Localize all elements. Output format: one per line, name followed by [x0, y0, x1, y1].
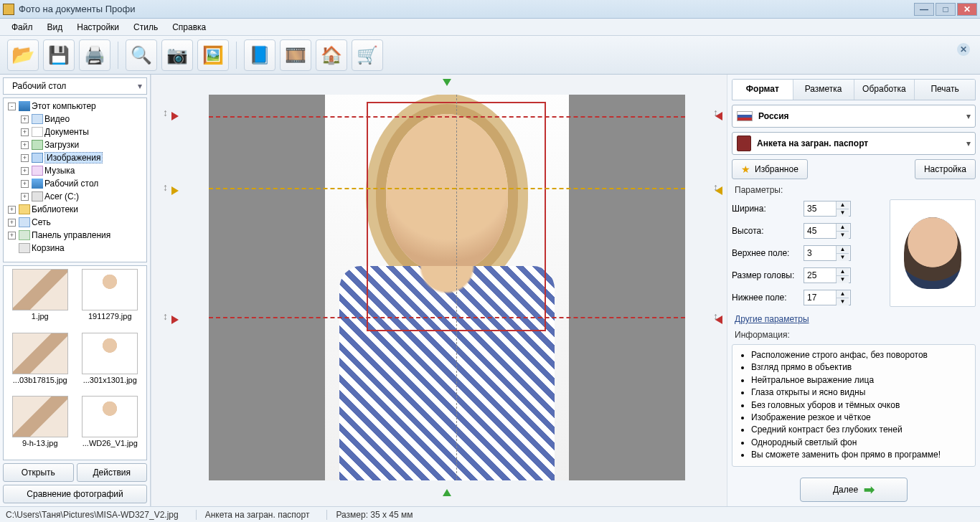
config-button[interactable]: Настройка: [915, 159, 976, 179]
thumbnail[interactable]: ...WD26_V1.jpg: [77, 396, 144, 457]
country-combo[interactable]: Россия ▾: [732, 105, 976, 128]
favorite-button[interactable]: ★Избранное: [732, 159, 808, 179]
ruler-marker-top[interactable]: [443, 79, 451, 86]
menu-settings[interactable]: Настройки: [71, 20, 125, 34]
guide-marker-red-left[interactable]: [171, 112, 179, 120]
tree-node[interactable]: + Библиотеки: [4, 203, 146, 216]
expand-icon[interactable]: +: [21, 141, 29, 149]
spin-down-icon[interactable]: ▼: [837, 298, 849, 305]
tab-processing[interactable]: Обработка: [854, 80, 915, 100]
tree-node[interactable]: + Музыка: [4, 164, 146, 177]
tool-open[interactable]: 📂: [7, 39, 39, 71]
tool-home[interactable]: 🏠: [316, 39, 347, 71]
menu-help[interactable]: Справка: [166, 20, 212, 34]
open-button[interactable]: Открыть: [3, 463, 74, 482]
tree-node[interactable]: + Acer (C:): [4, 190, 146, 203]
tool-save[interactable]: 💾: [43, 39, 75, 71]
photo-canvas[interactable]: [209, 95, 685, 480]
resize-handle[interactable]: ↕: [163, 182, 168, 192]
spin-up-icon[interactable]: ▲: [837, 290, 849, 298]
resize-handle[interactable]: ↕: [163, 311, 168, 321]
tool-search-person[interactable]: 🔍: [126, 39, 157, 71]
expand-icon[interactable]: +: [21, 115, 29, 123]
spin-down-icon[interactable]: ▼: [837, 276, 849, 283]
param-head-input[interactable]: ▲▼: [804, 267, 851, 283]
compare-button[interactable]: Сравнение фотографий: [3, 485, 147, 503]
tree-node[interactable]: + Документы: [4, 125, 146, 138]
menu-style[interactable]: Стиль: [128, 20, 164, 34]
tree-node[interactable]: Корзина: [4, 242, 146, 255]
spin-down-icon[interactable]: ▼: [837, 209, 849, 217]
chin-guideline[interactable]: [209, 317, 685, 318]
expand-icon[interactable]: -: [8, 103, 16, 110]
tool-media[interactable]: 🎞️: [280, 39, 311, 71]
thumbnail[interactable]: ...03b17815.jpg: [6, 333, 74, 394]
expand-icon[interactable]: +: [8, 232, 16, 239]
folder-tree[interactable]: - Этот компьютер+ Видео+ Документы+ Загр…: [3, 98, 147, 262]
guide-marker-red-right[interactable]: [715, 315, 722, 324]
spin-down-icon[interactable]: ▼: [837, 232, 849, 239]
param-height-input[interactable]: ▲▼: [804, 223, 851, 239]
menu-file[interactable]: Файл: [6, 20, 39, 34]
expand-icon[interactable]: +: [21, 180, 29, 188]
expand-icon[interactable]: +: [8, 219, 16, 227]
spin-up-icon[interactable]: ▲: [837, 224, 849, 232]
spin-down-icon[interactable]: ▼: [837, 254, 849, 261]
guide-marker-yellow-right[interactable]: [715, 186, 722, 195]
spin-up-icon[interactable]: ▲: [837, 201, 849, 209]
top-head-guideline[interactable]: [209, 116, 685, 118]
tool-print[interactable]: 🖨️: [79, 39, 110, 71]
chevron-down-icon: ▾: [138, 81, 142, 91]
guide-marker-red-left[interactable]: [171, 315, 179, 324]
resize-handle[interactable]: ↕: [163, 108, 168, 118]
actions-button[interactable]: Действия: [77, 463, 148, 482]
thumbnail[interactable]: 9-h-13.jpg: [6, 396, 74, 457]
tree-node[interactable]: + Сеть: [4, 216, 146, 229]
eye-guideline[interactable]: [209, 188, 685, 189]
other-params-link[interactable]: Другие параметры: [735, 314, 976, 324]
spin-up-icon[interactable]: ▲: [837, 268, 849, 276]
tool-camera[interactable]: 📷: [161, 39, 193, 71]
tool-cart[interactable]: 🛒: [352, 39, 383, 71]
tree-node[interactable]: + Рабочий стол: [4, 177, 146, 190]
thumbnail[interactable]: ...301x1301.jpg: [77, 333, 144, 394]
thumbnail[interactable]: 1911279.jpg: [77, 269, 144, 330]
spin-up-icon[interactable]: ▲: [837, 246, 849, 254]
ruler-marker-bottom[interactable]: [443, 489, 451, 496]
tool-retouch[interactable]: 🖼️: [197, 39, 229, 71]
minimize-button[interactable]: —: [914, 3, 934, 16]
next-button[interactable]: Далее ➡: [800, 478, 908, 502]
tree-node[interactable]: + Загрузки: [4, 138, 146, 151]
guide-marker-red-right[interactable]: [715, 112, 722, 120]
param-bottom-input[interactable]: ▲▼: [804, 290, 851, 305]
expand-icon[interactable]: +: [8, 206, 16, 214]
expand-icon[interactable]: +: [21, 154, 29, 162]
video-icon: [32, 114, 43, 124]
param-top-input[interactable]: ▲▼: [804, 245, 851, 261]
tool-reference[interactable]: 📘: [244, 39, 275, 71]
expand-icon[interactable]: +: [21, 167, 29, 175]
center-guideline[interactable]: [456, 95, 457, 480]
tab-format[interactable]: Формат: [732, 80, 793, 100]
doctype-combo[interactable]: Анкета на загран. паспорт ▾: [732, 132, 976, 155]
close-button[interactable]: ✕: [957, 3, 977, 16]
expand-icon[interactable]: +: [21, 193, 29, 201]
param-width-input[interactable]: ▲▼: [804, 201, 851, 217]
tab-markup[interactable]: Разметка: [793, 80, 854, 100]
tree-node[interactable]: - Этот компьютер: [4, 100, 146, 113]
maximize-button[interactable]: □: [936, 3, 956, 16]
expand-icon[interactable]: +: [21, 128, 29, 136]
menu-view[interactable]: Вид: [42, 20, 69, 34]
tree-node[interactable]: + Панель управления: [4, 229, 146, 242]
guide-marker-yellow-left[interactable]: [171, 186, 179, 195]
tab-print[interactable]: Печать: [914, 80, 975, 100]
arrow-right-icon: ➡: [864, 482, 875, 498]
info-item: Вы сможете заменить фон прямо в программ…: [751, 449, 969, 461]
tree-node[interactable]: + Видео: [4, 113, 146, 125]
toolbar-close[interactable]: ✕: [957, 43, 970, 56]
thumbnail-grid[interactable]: 1.jpg1911279.jpg...03b17815.jpg...301x13…: [3, 265, 147, 460]
drive-icon: [32, 191, 43, 201]
thumbnail[interactable]: 1.jpg: [6, 269, 74, 330]
location-combo[interactable]: Рабочий стол ▾: [3, 77, 147, 95]
tree-node[interactable]: + Изображения: [4, 151, 146, 164]
